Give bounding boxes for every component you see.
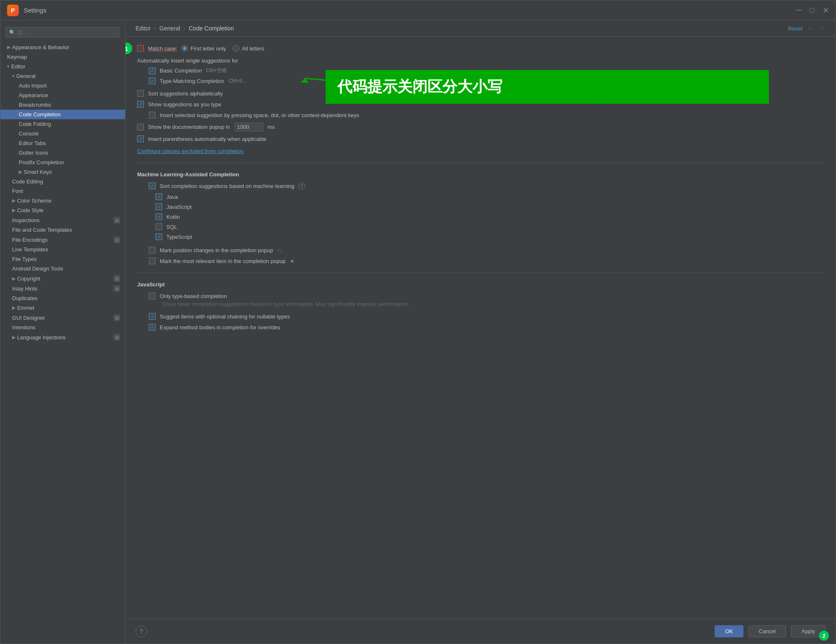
sidebar-item-gui-designer[interactable]: GUI Designer ▤ [0,313,125,323]
sidebar-item-intentions[interactable]: Intentions [0,323,125,332]
sidebar-item-duplicates[interactable]: Duplicates [0,293,125,303]
only-type-based-checkbox[interactable] [149,293,156,299]
annotation-badge-2: 2 [819,631,829,641]
sidebar-item-keymap[interactable]: Keymap [0,52,125,62]
sort-ml-checkbox[interactable] [149,183,156,189]
help-button[interactable]: ? [136,626,147,637]
cancel-button[interactable]: Cancel [748,625,786,637]
sidebar-item-emmet[interactable]: ▶ Emmet [0,303,125,313]
reset-button[interactable]: Reset [788,25,802,32]
inspections-badge: ▤ [113,217,120,223]
sidebar-item-label: Inlay Hints [12,286,38,292]
maximize-button[interactable]: □ [810,6,814,15]
window-controls: ─ □ ✕ [796,6,829,15]
apply-button-container: Apply 2 [791,625,826,637]
sidebar-item-file-encodings[interactable]: File Encodings ▤ [0,235,125,245]
sql-checkbox[interactable] [156,223,162,230]
minimize-button[interactable]: ─ [796,6,801,15]
sort-ml-help-icon[interactable]: ? [299,183,305,189]
configure-exclusions-link[interactable]: Configure classes excluded from completi… [137,148,244,154]
close-button[interactable]: ✕ [823,6,829,15]
sql-row: SQL [137,223,824,230]
sidebar-item-gutter-icons[interactable]: Gutter Icons [0,148,125,158]
typescript-label: TypeScript [166,234,192,240]
expand-method-checkbox[interactable] [149,324,156,331]
only-type-based-description: Show fewer completion suggestions based … [162,301,409,307]
sidebar-item-android-design-tools[interactable]: Android Design Tools [0,264,125,273]
header-actions: Reset ← → [788,25,826,32]
sidebar-item-code-style[interactable]: ▶ Code Style [0,205,125,215]
mark-position-checkbox[interactable] [149,247,156,253]
sidebar-item-label: Appearance [19,92,48,98]
sidebar-item-appearance-behavior[interactable]: ▶ Appearance & Behavior [0,43,125,52]
sidebar-item-label: Language Injections [17,334,65,341]
typescript-checkbox[interactable] [156,233,162,240]
search-input[interactable] [18,29,116,35]
radio-all-letters[interactable]: All letters [233,45,264,52]
sidebar-item-breadcrumbs[interactable]: Breadcrumbs [0,100,125,110]
sql-label: SQL [166,224,177,230]
java-checkbox[interactable] [156,193,162,200]
forward-button[interactable]: → [819,25,826,32]
sidebar-item-auto-import[interactable]: Auto Import [0,81,125,90]
radio-first-letter-input[interactable] [181,45,188,52]
sidebar-item-inlay-hints[interactable]: Inlay Hints ▤ [0,283,125,293]
sidebar-item-label: Duplicates [12,295,38,301]
sidebar-item-copyright[interactable]: ▶ Copyright ▤ [0,273,125,283]
radio-all-letters-input[interactable] [233,45,239,52]
kotlin-checkbox[interactable] [156,213,162,220]
type-matching-checkbox[interactable] [149,78,156,84]
sidebar-item-file-code-templates[interactable]: File and Code Templates [0,225,125,235]
only-type-based-row: Only type-based completion [137,293,824,299]
ok-button[interactable]: OK [715,625,743,637]
mark-relevant-label: Mark the most relevant item in the compl… [160,258,286,264]
annotation-tooltip-text: 代码提示关闭区分大小写 [337,77,502,97]
sort-alphabetically-checkbox[interactable] [137,90,144,97]
sidebar-item-general[interactable]: ▾ General [0,71,125,81]
show-suggestions-checkbox[interactable] [137,101,144,108]
show-documentation-checkbox[interactable] [137,124,144,130]
page-header: Editor › General › Code Completion Reset… [126,20,836,37]
app-logo: P [7,5,19,16]
sidebar-item-code-editing[interactable]: Code Editing [0,177,125,186]
basic-completion-checkbox[interactable] [149,68,156,74]
sidebar-item-editor-tabs[interactable]: Editor Tabs [0,138,125,148]
javascript-checkbox[interactable] [156,203,162,210]
sort-ml-label: Sort completion suggestions based on mac… [160,183,294,189]
sidebar-item-inspections[interactable]: Inspections ▤ [0,215,125,225]
sidebar-item-code-folding[interactable]: Code Folding [0,119,125,129]
sidebar-item-console[interactable]: Console [0,129,125,138]
radio-all-letters-label: All letters [242,45,264,52]
arrow-icon: ▶ [19,169,22,175]
sidebar-item-code-completion[interactable]: Code Completion [0,110,125,119]
sidebar-item-editor[interactable]: ▾ Editor [0,62,125,71]
insert-parentheses-checkbox[interactable] [137,135,144,142]
radio-first-letter[interactable]: First letter only [181,45,226,52]
section-divider-1 [137,163,824,163]
mark-relevant-checkbox[interactable] [149,258,156,264]
configure-link-row: Configure classes excluded from completi… [137,148,824,154]
suggest-chaining-checkbox[interactable] [149,313,156,320]
annotation-tooltip: 代码提示关闭区分大小写 [326,70,769,104]
footer: ? OK Cancel Apply 2 [126,619,836,644]
sidebar-item-smart-keys[interactable]: ▶ Smart Keys [0,167,125,177]
sidebar-item-language-injections[interactable]: ▶ Language Injections ▤ [0,332,125,342]
sort-ml-row: Sort completion suggestions based on mac… [137,183,824,189]
breadcrumb-sep-2: › [183,25,186,32]
sidebar-item-font[interactable]: Font [0,186,125,196]
sidebar-item-appearance[interactable]: Appearance [0,90,125,100]
sidebar-item-live-templates[interactable]: Live Templates [0,245,125,254]
sidebar-item-label: Copyright [17,276,40,282]
documentation-ms-input[interactable] [234,123,264,131]
sidebar-item-label: General [16,73,35,79]
sidebar-item-color-scheme[interactable]: ▶ Color Scheme [0,196,125,205]
search-box[interactable]: 🔍 [5,27,120,38]
back-button[interactable]: ← [807,25,814,32]
match-case-checkbox[interactable] [137,45,144,52]
sidebar-item-postfix-completion[interactable]: Postfix Completion [0,158,125,167]
mark-position-row: Mark position changes in the completion … [137,247,824,253]
insert-selected-checkbox[interactable] [149,112,156,118]
sidebar-item-file-types[interactable]: File Types [0,254,125,264]
sidebar-item-label: Smart Keys [24,169,52,175]
only-type-based-label: Only type-based completion [160,293,227,299]
